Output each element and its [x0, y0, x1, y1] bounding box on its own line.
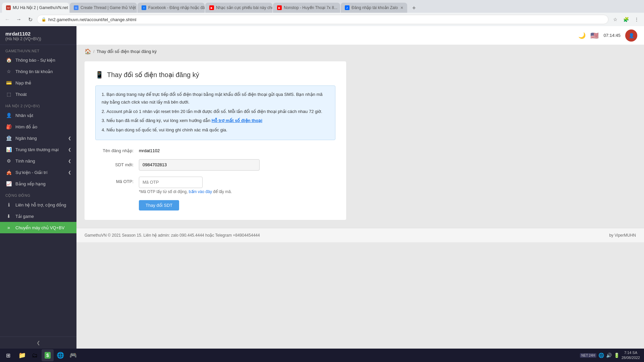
address-bar-text: hn2.gamethuvn.net/account/tel_change.sht…	[48, 17, 136, 22]
sidebar-item-events[interactable]: 🎪 Sự kiện - Giải trí ❮	[0, 167, 76, 178]
tab-3[interactable]: f Facebook - Đăng nhập hoặc đăn... ×	[138, 3, 205, 13]
tab-label-5: Nonstop - Huyền Thoại 7x 8...	[284, 5, 337, 10]
tab-label-3: Facebook - Đăng nhập hoặc đăn...	[148, 5, 205, 10]
switch-server-icon: »	[5, 225, 12, 230]
tab-2[interactable]: G Create Thread | Game thủ Việt N... ×	[70, 3, 137, 13]
sidebar: mrdat1102 (Hà Nội 2 (VQ+BV)) GAMETHUVN.N…	[0, 26, 76, 349]
taskbar-right: NET 24H 🌐 🔊 🔋 7:14 SA 28/08/2022	[580, 350, 643, 361]
sidebar-item-label-notifications: Thông báo - Sự kiện	[15, 58, 55, 63]
info-item-1: Bạn dùng trang này để trực tiếp đổi số đ…	[102, 90, 329, 106]
info-box: Bạn dùng trang này để trực tiếp đổi số đ…	[95, 85, 335, 140]
sidebar-item-features[interactable]: ⚙ Tính năng ❮	[0, 155, 76, 167]
sidebar-item-market[interactable]: 📊 Trung tâm thương mại ❮	[0, 144, 76, 155]
page-title-icon: 📱	[95, 71, 104, 79]
avatar-image: 👤	[629, 33, 634, 38]
tab-4[interactable]: ▶ Nhạc sản cực phiếu bài này cho... ×	[205, 3, 272, 13]
network-icon: 🌐	[598, 353, 604, 358]
tab-5[interactable]: ▶ Nonstop - Huyền Thoại 7x 8... ×	[273, 3, 340, 13]
page-title: 📱 Thay đổi số điện thoại đăng ký	[95, 71, 335, 79]
sidebar-item-recharge[interactable]: 💳 Nạp thẻ	[0, 77, 76, 88]
sidebar-item-label-support: Liên hệ hỗ trợ, cộng đồng	[15, 202, 66, 207]
gear-icon: ⚙	[5, 158, 12, 164]
back-button[interactable]: ←	[3, 15, 12, 24]
language-flag[interactable]: 🇺🇸	[590, 32, 599, 40]
sidebar-item-ranking[interactable]: 📈 Bảng xếp hạng	[0, 178, 76, 189]
sidebar-item-inventory[interactable]: 🎒 Hòm đồ ảo	[0, 121, 76, 132]
bookmark-star-button[interactable]: ☆	[610, 15, 620, 24]
arrow-icon-bank: ❮	[68, 136, 71, 140]
otp-label: Mã OTP:	[95, 177, 139, 184]
app-container: mrdat1102 (Hà Nội 2 (VQ+BV)) GAMETHUVN.N…	[0, 26, 644, 349]
otp-field-wrap: *Mã OTP lấy từ số di động, bấm vào đây đ…	[139, 177, 232, 194]
forward-button[interactable]: →	[14, 15, 23, 24]
form-row-phone: SDT mới:	[95, 159, 335, 171]
sidebar-item-label-events: Sự kiện - Giải trí	[15, 170, 48, 175]
user-avatar[interactable]: 👤	[625, 29, 637, 42]
net24h-badge: NET 24H	[580, 353, 596, 358]
support-icon: ℹ	[5, 202, 12, 207]
download-icon: ⬇	[5, 214, 12, 219]
arrow-icon-features: ❮	[68, 159, 71, 163]
sidebar-item-switch-server[interactable]: » Chuyển máy chủ VQ+BV	[0, 222, 76, 233]
info-item-2: Account phải có 1 nhân vật reset trên 20…	[102, 108, 329, 115]
dark-mode-button[interactable]: 🌙	[578, 32, 586, 39]
tab-label-6: Đăng nhập tài khoản Zalo	[352, 5, 398, 10]
character-icon: 👤	[5, 113, 12, 118]
sidebar-item-bank[interactable]: 🏦 Ngân hàng ❮	[0, 132, 76, 144]
extensions-button[interactable]: 🧩	[621, 15, 631, 24]
breadcrumb-home-icon[interactable]: 🏠	[85, 48, 91, 55]
sidebar-item-character[interactable]: 👤 Nhân vật	[0, 110, 76, 121]
taskbar-app-explorer[interactable]: 📁	[16, 349, 28, 361]
arrow-icon-events: ❮	[68, 170, 71, 175]
sidebar-header: mrdat1102 (Hà Nội 2 (VQ+BV))	[0, 26, 76, 45]
tab-bar: M MU Hà Nội 2 | GamethuVN.net × G Create…	[0, 0, 644, 13]
sidebar-item-label-logout: Thoát	[15, 92, 26, 97]
nav-bar: ← → ↻ 🔒 hn2.gamethuvn.net/account/tel_ch…	[0, 13, 644, 26]
taskbar-app-dollar[interactable]: $	[42, 349, 54, 361]
sidebar-item-notifications[interactable]: 🏠 Thông báo - Sự kiện	[0, 54, 76, 66]
sidebar-item-support[interactable]: ℹ Liên hệ hỗ trợ, cộng đồng	[0, 199, 76, 210]
events-icon: 🎪	[5, 170, 12, 175]
phone-label: SDT mới:	[95, 162, 139, 167]
sidebar-item-download[interactable]: ⬇ Tải game	[0, 210, 76, 222]
arrow-icon-market: ❮	[68, 147, 71, 152]
taskbar-app-files[interactable]: 🗂	[29, 349, 41, 361]
sidebar-section-3-title: CỘNG ĐỒNG	[0, 189, 76, 199]
inventory-icon: 🎒	[5, 124, 12, 129]
sidebar-item-label-features: Tính năng	[15, 159, 35, 164]
taskbar-app-browser[interactable]: 🌐	[54, 349, 66, 361]
address-bar[interactable]: 🔒 hn2.gamethuvn.net/account/tel_change.s…	[37, 15, 608, 24]
phone-input[interactable]	[139, 159, 260, 171]
tab-active[interactable]: M MU Hà Nội 2 | GamethuVN.net ×	[2, 3, 69, 13]
sidebar-item-label-download: Tải game	[15, 214, 34, 219]
new-tab-button[interactable]: +	[409, 3, 419, 13]
tab-6[interactable]: Z Đăng nhập tài khoản Zalo ×	[341, 3, 407, 13]
taskbar: ⊞ 📁 🗂 $ 🌐 🎮 NET 24H 🌐 🔊 🔋 7:14 SA 28/08/…	[0, 349, 644, 362]
sidebar-collapse-button[interactable]: ❮	[0, 337, 76, 349]
taskbar-app-game[interactable]: 🎮	[67, 349, 79, 361]
page-card: 📱 Thay đổi số điện thoại đăng ký Bạn dùn…	[85, 61, 346, 220]
menu-button[interactable]: ⋮	[632, 15, 641, 24]
lost-phone-link[interactable]: Hỗ trợ mất số điện thoại	[212, 118, 262, 123]
start-button[interactable]: ⊞	[1, 349, 15, 362]
page-content: 📱 Thay đổi số điện thoại đăng ký Bạn dùn…	[76, 58, 644, 228]
market-icon: 📊	[5, 147, 12, 152]
refresh-button[interactable]: ↻	[25, 15, 35, 24]
sidebar-username: mrdat1102	[5, 31, 71, 37]
browser-chrome: M MU Hà Nội 2 | GamethuVN.net × G Create…	[0, 0, 644, 26]
sidebar-item-label-inventory: Hòm đồ ảo	[15, 124, 37, 129]
sidebar-item-logout[interactable]: ⬚ Thoát	[0, 88, 76, 100]
sidebar-item-account-info[interactable]: ☆ Thông tin tài khoản	[0, 66, 76, 77]
ranking-icon: 📈	[5, 181, 12, 186]
sidebar-server: (Hà Nội 2 (VQ+BV))	[5, 37, 71, 41]
info-item-3: Nếu bạn đã mất số đăng ký, vui lòng xem …	[102, 117, 329, 124]
form-row-otp: Mã OTP: *Mã OTP lấy từ số di động, bấm v…	[95, 177, 335, 194]
otp-get-link[interactable]: bấm vào đây	[189, 189, 212, 194]
submit-button[interactable]: Thay đổi SDT	[139, 200, 179, 210]
bank-icon: 🏦	[5, 135, 12, 141]
otp-input[interactable]	[139, 177, 203, 188]
topbar: 🌙 🇺🇸 07:14:45 👤	[76, 26, 644, 45]
tab-close-6[interactable]: ×	[400, 5, 403, 10]
topbar-right: 🌙 🇺🇸 07:14:45 👤	[578, 29, 637, 42]
star-icon: ☆	[5, 69, 12, 74]
